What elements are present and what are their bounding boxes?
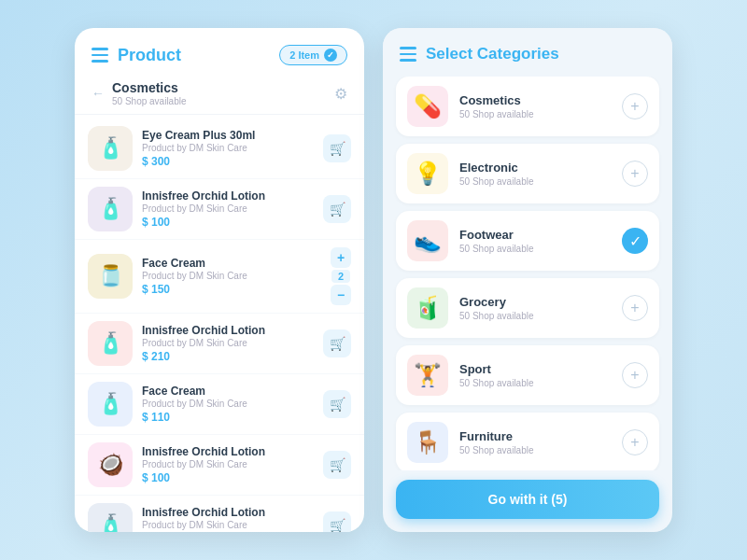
category-name: Grocery	[459, 295, 611, 309]
category-item[interactable]: 🪑 Furniture 50 Shop available +	[396, 413, 659, 470]
qty-plus[interactable]: +	[331, 247, 351, 268]
product-price: $ 210	[142, 350, 314, 363]
category-image: 🪑	[407, 422, 448, 463]
category-bar: ← Cosmetics 50 Shop available ⚙	[75, 75, 364, 115]
product-name: Innisfree Orchid Lotion	[142, 324, 314, 337]
category-bar-left: ← Cosmetics 50 Shop available	[92, 80, 187, 106]
qty-value: 2	[331, 270, 350, 283]
product-brand: Product by DM Skin Care	[142, 459, 314, 469]
product-brand: Product by DM Skin Care	[142, 203, 314, 214]
item-badge: 2 Item ✓	[279, 45, 347, 65]
category-item[interactable]: 💊 Cosmetics 50 Shop available +	[396, 77, 659, 136]
badge-check-icon: ✓	[324, 49, 337, 62]
category-name: Electronic	[459, 161, 611, 175]
category-sub: 50 Shop available	[459, 311, 611, 321]
category-selected-icon[interactable]: ✓	[622, 228, 648, 254]
product-info: Face Cream Product by DM Skin Care $ 150	[142, 257, 321, 296]
product-image: 🧴	[88, 187, 133, 231]
badge-label: 2 Item	[289, 49, 319, 61]
category-add-icon[interactable]: +	[622, 161, 648, 187]
category-info: Cosmetics 50 Shop available	[112, 80, 187, 106]
category-name: Cosmetics	[459, 93, 611, 107]
category-sub: 50 Shop available	[459, 445, 611, 455]
category-sub: 50 Shop available	[459, 109, 611, 119]
add-to-cart-button[interactable]: 🛒	[323, 390, 351, 418]
category-info: Grocery 50 Shop available	[459, 295, 611, 321]
category-add-icon[interactable]: +	[622, 362, 648, 388]
add-to-cart-button[interactable]: 🛒	[323, 195, 351, 223]
category-sub: 50 Shop available	[459, 176, 611, 187]
right-panel-title: Select Categories	[426, 45, 559, 63]
product-image: 🥥	[88, 442, 133, 487]
qty-minus[interactable]: −	[331, 285, 351, 305]
product-price: $ 150	[142, 283, 321, 296]
category-info: Sport 50 Shop available	[459, 362, 611, 388]
product-item: 🧴 Innisfree Orchid Lotion Product by DM …	[75, 179, 364, 240]
panel-title: Product	[118, 46, 181, 65]
category-image: 🧃	[407, 287, 448, 329]
product-name: Innisfree Orchid Lotion	[142, 189, 314, 203]
category-name: Furniture	[459, 429, 611, 443]
right-panel: Select Categories 💊 Cosmetics 50 Shop av…	[383, 28, 672, 532]
product-item: 🥥 Innisfree Orchid Lotion Product by DM …	[75, 435, 364, 496]
category-item[interactable]: 💡 Electronic 50 Shop available +	[396, 144, 659, 203]
hamburger-icon[interactable]	[92, 48, 108, 63]
add-to-cart-button[interactable]: 🛒	[323, 451, 351, 479]
category-item[interactable]: 🧃 Grocery 50 Shop available +	[396, 278, 659, 338]
product-brand: Product by DM Skin Care	[142, 271, 321, 281]
product-info: Face Cream Product by DM Skin Care $ 110	[142, 385, 314, 424]
product-image: 🧴	[88, 126, 133, 171]
go-button[interactable]: Go with it (5)	[396, 480, 659, 519]
category-sub: 50 Shop available	[459, 378, 611, 388]
product-price: $ 300	[142, 155, 314, 168]
product-image: 🧴	[88, 321, 133, 366]
product-item: 🧴 Innisfree Orchid Lotion Product by DM …	[75, 314, 364, 374]
left-header: Product 2 Item ✓	[75, 28, 364, 75]
product-name: Innisfree Orchid Lotion	[142, 445, 314, 458]
product-image: 🧴	[88, 503, 133, 532]
product-price: $ 100	[142, 216, 314, 229]
add-to-cart-button[interactable]: 🛒	[323, 511, 351, 532]
left-header-left: Product	[92, 46, 181, 65]
right-hamburger-icon[interactable]	[400, 47, 416, 62]
category-add-icon[interactable]: +	[622, 93, 648, 119]
product-image: 🧴	[88, 382, 133, 427]
category-info: Cosmetics 50 Shop available	[459, 93, 611, 119]
right-header: Select Categories	[383, 28, 672, 77]
back-button[interactable]: ←	[92, 86, 105, 101]
category-item[interactable]: 👟 Footwear 50 Shop available ✓	[396, 211, 659, 271]
category-name: Sport	[459, 362, 611, 376]
category-info: Footwear 50 Shop available	[459, 228, 611, 254]
product-item: 🧴 Face Cream Product by DM Skin Care $ 1…	[75, 374, 364, 435]
product-image: 🫙	[88, 254, 133, 299]
category-image: 💊	[407, 86, 448, 127]
left-panel: Product 2 Item ✓ ← Cosmetics 50 Shop ava…	[75, 28, 364, 532]
product-price: $ 110	[142, 411, 314, 424]
product-brand: Product by DM Skin Care	[142, 338, 314, 348]
product-brand: Product by DM Skin Care	[142, 143, 314, 153]
product-name: Face Cream	[142, 257, 321, 270]
product-item: 🧴 Eye Cream Plus 30ml Product by DM Skin…	[75, 119, 364, 179]
product-info: Innisfree Orchid Lotion Product by DM Sk…	[142, 445, 314, 484]
product-item: 🧴 Innisfree Orchid Lotion Product by DM …	[75, 496, 364, 532]
category-image: 💡	[407, 153, 448, 194]
quantity-control: + 2 −	[331, 247, 351, 305]
product-name: Innisfree Orchid Lotion	[142, 506, 314, 519]
product-name: Face Cream	[142, 385, 314, 398]
category-sub: 50 Shop available	[112, 96, 187, 106]
filter-icon[interactable]: ⚙	[334, 85, 347, 103]
product-info: Innisfree Orchid Lotion Product by DM Sk…	[142, 324, 314, 363]
product-info: Eye Cream Plus 30ml Product by DM Skin C…	[142, 129, 314, 168]
category-sub: 50 Shop available	[459, 244, 611, 254]
category-info: Electronic 50 Shop available	[459, 161, 611, 187]
add-to-cart-button[interactable]: 🛒	[323, 329, 351, 357]
add-to-cart-button[interactable]: 🛒	[323, 134, 351, 162]
category-info: Furniture 50 Shop available	[459, 429, 611, 455]
category-image: 👟	[407, 220, 448, 261]
category-add-icon[interactable]: +	[622, 295, 648, 321]
category-name: Footwear	[459, 228, 611, 242]
category-item[interactable]: 🏋️ Sport 50 Shop available +	[396, 345, 659, 405]
category-add-icon[interactable]: +	[622, 429, 648, 455]
product-brand: Product by DM Skin Care	[142, 520, 314, 530]
product-info: Innisfree Orchid Lotion Product by DM Sk…	[142, 506, 314, 532]
